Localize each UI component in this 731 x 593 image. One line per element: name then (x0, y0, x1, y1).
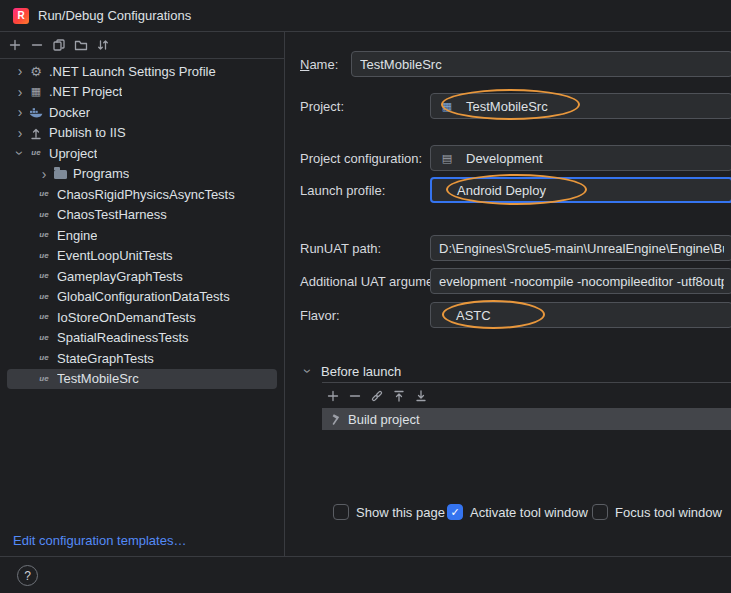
ue-icon: ue (36, 309, 52, 325)
configuration-form: Name: Project: ▦ TestMobileSrc Project c… (286, 32, 731, 556)
add-button[interactable] (6, 34, 28, 56)
remove-icon (347, 388, 363, 404)
tree-item-gameplaygraphtests[interactable]: ueGameplayGraphTests (0, 266, 283, 287)
add-icon (325, 388, 341, 404)
checkbox-activate-tool-window[interactable]: ✓ (447, 504, 463, 520)
name-input[interactable] (351, 51, 731, 77)
sort-icon (95, 37, 111, 53)
before-launch-panel: Build project (322, 382, 731, 499)
project-configuration-value: Development (466, 151, 543, 166)
edit-configuration-templates-link[interactable]: Edit configuration templates… (13, 533, 186, 548)
link-icon (369, 388, 385, 404)
ue-icon: ue (36, 350, 52, 366)
before-launch-title: Before launch (321, 364, 401, 379)
uat-arguments-input[interactable] (430, 268, 731, 294)
tree-item-label: .NET Project (49, 84, 122, 99)
publish-iis-icon (28, 125, 44, 141)
before-launch-toolbar (322, 383, 731, 408)
flavor-combo[interactable]: ASTC (430, 302, 731, 328)
copy-button[interactable] (50, 34, 72, 56)
tree-item-uproject[interactable]: ›ueUproject (0, 143, 283, 164)
configurations-sidebar: ›⚙.NET Launch Settings Profile›▦.NET Pro… (0, 32, 285, 556)
ue-icon: ue (36, 227, 52, 243)
chevron-right-icon[interactable]: › (12, 126, 28, 140)
tree-item-net-project[interactable]: ›▦.NET Project (0, 82, 283, 103)
move-up-button[interactable] (390, 385, 412, 407)
before-launch-item-build-project[interactable]: Build project (322, 408, 731, 430)
option-show-this-page: Show this page (333, 503, 445, 521)
tree-item-chaostestharness[interactable]: ueChaosTestHarness (0, 205, 283, 226)
tree-item-net-launch-settings-profile[interactable]: ›⚙.NET Launch Settings Profile (0, 61, 283, 82)
tree-item-chaosrigidphysicsasynctests[interactable]: ueChaosRigidPhysicsAsyncTests (0, 184, 283, 205)
tree-toolbar (0, 32, 284, 59)
tree-item-eventloopunittests[interactable]: ueEventLoopUnitTests (0, 246, 283, 267)
ue-icon: ue (36, 248, 52, 264)
option-label: Activate tool window (470, 505, 588, 520)
remove-button[interactable] (346, 385, 368, 407)
tree-item-globalconfigurationdatatests[interactable]: ueGlobalConfigurationDataTests (0, 287, 283, 308)
tree-item-testmobilesrc[interactable]: ueTestMobileSrc (7, 369, 277, 390)
dialog-title: Run/Debug Configurations (38, 8, 191, 23)
ue-icon: ue (36, 371, 52, 387)
tree-item-iostoreondemandtests[interactable]: ueIoStoreOnDemandTests (0, 307, 283, 328)
tree-item-label: TestMobileSrc (57, 371, 139, 386)
ue-icon: ue (36, 330, 52, 346)
dialog-titlebar: R Run/Debug Configurations (0, 0, 731, 32)
tree-item-publish-to-iis[interactable]: ›Publish to IIS (0, 123, 283, 144)
chevron-down-icon[interactable]: › (13, 145, 27, 161)
option-focus-tool-window: Focus tool window (592, 503, 722, 521)
docker-icon (28, 104, 44, 120)
new-folder-button[interactable] (72, 34, 94, 56)
move-up-icon (391, 388, 407, 404)
link-button[interactable] (368, 385, 390, 407)
dotnet-launch-icon: ⚙ (28, 63, 44, 79)
tree-item-stategraphtests[interactable]: ueStateGraphTests (0, 348, 283, 369)
remove-button[interactable] (28, 34, 50, 56)
launch-profile-combo[interactable]: Android Deploy (430, 177, 731, 203)
uproject-icon: ue (28, 145, 44, 161)
tree-item-spatialreadinesstests[interactable]: ueSpatialReadinessTests (0, 328, 283, 349)
name-row: Name: (300, 51, 731, 77)
project-icon: ▦ (439, 98, 455, 114)
chevron-right-icon[interactable]: › (12, 85, 28, 99)
option-label: Focus tool window (615, 505, 722, 520)
project-row: Project: ▦ TestMobileSrc (300, 93, 731, 119)
checkbox-focus-tool-window[interactable] (592, 504, 608, 520)
flavor-label: Flavor: (300, 308, 340, 323)
ue-icon: ue (36, 289, 52, 305)
project-configuration-combo[interactable]: ▤ Development (430, 145, 731, 171)
tree-item-label: Uproject (49, 146, 97, 161)
move-down-button[interactable] (412, 385, 434, 407)
chevron-right-icon[interactable]: › (12, 64, 28, 78)
tree-item-label: EventLoopUnitTests (57, 248, 173, 263)
new-folder-icon (73, 37, 89, 53)
before-launch-item-label: Build project (348, 412, 420, 427)
dotnet-project-icon: ▦ (28, 84, 44, 100)
help-button[interactable]: ? (17, 565, 38, 586)
tree-item-docker[interactable]: ›Docker (0, 102, 283, 123)
tree-item-label: GlobalConfigurationDataTests (57, 289, 230, 304)
chevron-down-icon[interactable]: › (301, 363, 315, 379)
tree-item-label: .NET Launch Settings Profile (49, 64, 216, 79)
project-combo[interactable]: ▦ TestMobileSrc (430, 93, 731, 119)
tree-item-label: Engine (57, 228, 97, 243)
add-button[interactable] (324, 385, 346, 407)
chevron-right-icon[interactable]: › (36, 167, 52, 181)
dialog-footer: ? (0, 556, 731, 593)
runuat-path-label: RunUAT path: (300, 241, 381, 256)
project-configuration-label: Project configuration: (300, 151, 422, 166)
project-value: TestMobileSrc (466, 99, 548, 114)
flavor-row: Flavor: ASTC (300, 302, 731, 328)
name-label: Name: (300, 57, 338, 72)
sort-button[interactable] (94, 34, 116, 56)
chevron-right-icon[interactable]: › (12, 105, 28, 119)
launch-profile-value: Android Deploy (457, 183, 546, 198)
tree-item-label: Programs (73, 166, 129, 181)
runuat-path-input[interactable] (430, 235, 731, 261)
hammer-icon (328, 411, 344, 427)
tree-item-engine[interactable]: ueEngine (0, 225, 283, 246)
tree-item-programs[interactable]: ›Programs (0, 164, 283, 185)
ue-icon: ue (36, 268, 52, 284)
before-launch-header[interactable]: › Before launch (300, 363, 401, 379)
checkbox-show-this-page[interactable] (333, 504, 349, 520)
